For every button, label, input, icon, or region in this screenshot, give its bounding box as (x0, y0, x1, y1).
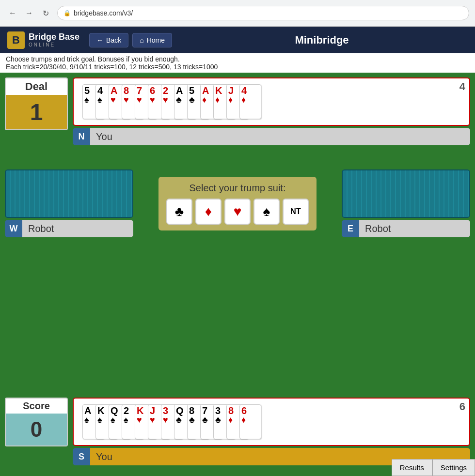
middle-row: W Robot Select your trump suit: ♣ ♦ ♥ ♠ … (5, 169, 470, 237)
west-deck (5, 169, 133, 218)
east-player-name: Robot (359, 220, 470, 237)
url-text: bridgebase.com/v3/ (74, 9, 133, 17)
deal-label: Deal (6, 78, 67, 95)
trump-spades-button[interactable]: ♠ (253, 199, 280, 225)
south-badge: S (73, 448, 90, 465)
settings-button[interactable]: Settings (432, 459, 475, 476)
deal-number: 1 (6, 95, 67, 129)
lock-icon: 🔒 (63, 10, 71, 16)
south-hcp: 6 (459, 400, 465, 413)
trump-clubs-button[interactable]: ♣ (166, 199, 192, 225)
north-player-label: N You (73, 128, 470, 145)
score-label: Score (6, 399, 67, 414)
trump-nt-button[interactable]: NT (283, 199, 309, 225)
west-player-name: Robot (22, 220, 133, 237)
north-hand: 5♠4♠A♥8♥7♥6♥2♥A♣5♣A♦K♦J♦4♦ 4 (73, 77, 470, 126)
east-player-label: E Robot (342, 220, 470, 237)
east-deck (342, 169, 470, 218)
home-label: Home (147, 36, 165, 44)
south-cards-row: A♠K♠Q♠2♠K♥J♥3♥Q♣8♣7♣3♣8♦6♦ (78, 401, 266, 442)
logo-main: Bridge Base (29, 32, 79, 43)
results-button[interactable]: Results (392, 459, 432, 476)
trump-hearts-button[interactable]: ♥ (224, 199, 251, 225)
east-area: E Robot (342, 169, 470, 237)
info-line1: Choose trumps and trick goal. Bonuses if… (6, 55, 469, 63)
page-title: Minibridge (176, 34, 468, 46)
browser-bar: ← → ↻ 🔒 bridgebase.com/v3/ (0, 0, 475, 27)
back-nav-button[interactable]: ← (6, 6, 19, 20)
south-area: Score 0 A♠K♠Q♠2♠K♥J♥3♥Q♣8♣7♣3♣8♦6♦ 6 S Y… (5, 398, 470, 467)
north-area: Deal 1 5♠4♠A♥8♥7♥6♥2♥A♣5♣A♦K♦J♦4♦ 4 N Yo… (5, 77, 470, 147)
reload-button[interactable]: ↻ (39, 6, 52, 20)
trump-title: Select your trump suit: (190, 183, 286, 194)
west-badge: W (5, 220, 22, 237)
north-hand-wrapper: 5♠4♠A♥8♥7♥6♥2♥A♣5♣A♦K♦J♦4♦ 4 N You (73, 77, 470, 145)
logo-sub: ONLINE (29, 42, 79, 48)
home-button[interactable]: ⌂ Home (132, 33, 172, 47)
south-card-12[interactable]: 6♦ (239, 404, 261, 439)
info-bar: Choose trumps and trick goal. Bonuses if… (0, 53, 475, 73)
back-button[interactable]: ← Back (89, 33, 128, 47)
west-player-label: W Robot (5, 220, 133, 237)
score-value: 0 (6, 414, 67, 445)
deal-box: Deal 1 (5, 77, 68, 130)
trump-selector: Select your trump suit: ♣ ♦ ♥ ♠ NT (158, 177, 317, 230)
bottom-buttons: Results Settings (392, 459, 475, 476)
south-hand: A♠K♠Q♠2♠K♥J♥3♥Q♣8♣7♣3♣8♦6♦ 6 (73, 398, 470, 446)
south-hand-wrapper: A♠K♠Q♠2♠K♥J♥3♥Q♣8♣7♣3♣8♦6♦ 6 S You (73, 398, 470, 465)
east-badge: E (342, 220, 359, 237)
north-card-12[interactable]: 4♦ (239, 84, 261, 119)
back-arrow-icon: ← (96, 36, 103, 44)
home-icon: ⌂ (140, 36, 143, 44)
north-player-name: You (90, 128, 470, 145)
back-label: Back (106, 36, 121, 44)
logo-text: Bridge Base ONLINE (29, 32, 79, 48)
trump-buttons: ♣ ♦ ♥ ♠ NT (166, 199, 309, 225)
logo-letter: B (7, 31, 25, 49)
north-cards-row: 5♠4♠A♥8♥7♥6♥2♥A♣5♣A♦K♦J♦4♦ (78, 81, 266, 122)
north-hcp: 4 (459, 80, 465, 93)
trump-diamonds-button[interactable]: ♦ (195, 199, 222, 225)
logo-area: B Bridge Base ONLINE (7, 31, 79, 49)
info-line2: Each trick=20/30/40, 9/10/11 tricks=100,… (6, 63, 469, 71)
forward-nav-button[interactable]: → (22, 6, 36, 20)
score-box: Score 0 (5, 398, 68, 446)
game-area: Deal 1 5♠4♠A♥8♥7♥6♥2♥A♣5♣A♦K♦J♦4♦ 4 N Yo… (0, 73, 475, 472)
app-header: B Bridge Base ONLINE ← Back ⌂ Home Minib… (0, 27, 475, 53)
north-badge: N (73, 128, 90, 145)
west-area: W Robot (5, 169, 133, 237)
address-bar[interactable]: 🔒 bridgebase.com/v3/ (57, 6, 469, 20)
